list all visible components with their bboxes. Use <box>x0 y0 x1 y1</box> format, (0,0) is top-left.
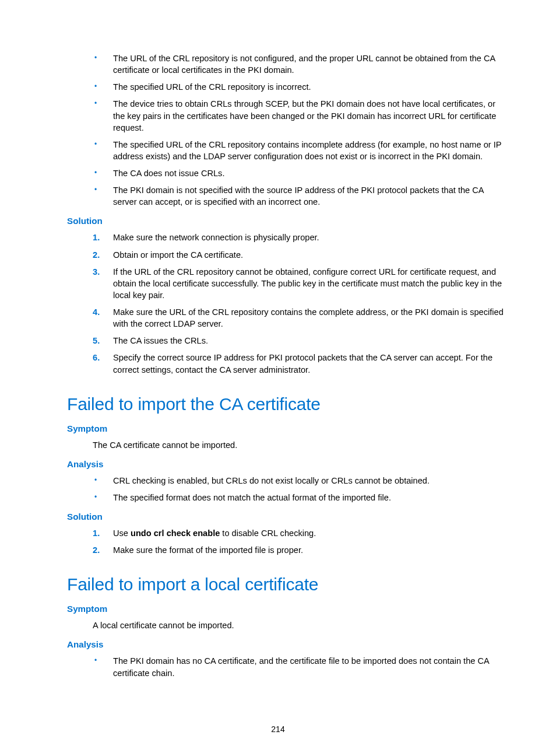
list-item: Make sure the format of the imported fil… <box>93 544 504 556</box>
symptom-text: The CA certificate cannot be imported. <box>93 439 504 451</box>
analysis-bullet-list-top: The URL of the CRL repository is not con… <box>67 52 504 208</box>
list-item: The specified format does not match the … <box>93 492 504 503</box>
list-item: The PKI domain is not specified with the… <box>93 184 504 208</box>
list-item: The PKI domain has no CA certificate, an… <box>93 655 504 678</box>
analysis-bullet-list-3: The PKI domain has no CA certificate, an… <box>67 655 504 678</box>
section-title-ca-cert: Failed to import the CA certificate <box>67 394 504 414</box>
text: to disable CRL checking. <box>220 528 316 538</box>
section-title-local-cert: Failed to import a local certificate <box>67 575 504 594</box>
list-item: Use undo crl check enable to disable CRL… <box>93 527 504 539</box>
list-item: The CA issues the CRLs. <box>93 335 504 346</box>
list-item: Specify the correct source IP address fo… <box>93 352 504 375</box>
list-item: The specified URL of the CRL repository … <box>93 81 504 93</box>
list-item: The CA does not issue CRLs. <box>93 167 504 179</box>
symptom-heading: Symptom <box>67 604 504 614</box>
text: Use <box>113 528 131 538</box>
symptom-text: A local certificate cannot be imported. <box>93 620 504 631</box>
analysis-heading: Analysis <box>67 459 504 469</box>
list-item: The URL of the CRL repository is not con… <box>93 52 504 76</box>
analysis-bullet-list-2: CRL checking is enabled, but CRLs do not… <box>67 475 504 503</box>
symptom-heading: Symptom <box>67 424 504 433</box>
solution-heading: Solution <box>67 216 504 226</box>
document-page: The URL of the CRL repository is not con… <box>0 0 556 756</box>
page-number: 214 <box>0 724 556 734</box>
command-text: undo crl check enable <box>131 528 220 538</box>
solution-heading: Solution <box>67 512 504 522</box>
list-item: The specified URL of the CRL repository … <box>93 139 504 162</box>
list-item: The device tries to obtain CRLs through … <box>93 98 504 133</box>
list-item: Make sure the URL of the CRL repository … <box>93 306 504 330</box>
analysis-heading: Analysis <box>67 639 504 649</box>
solution-ordered-list-1: Make sure the network connection is phys… <box>67 232 504 375</box>
list-item: Make sure the network connection is phys… <box>93 232 504 243</box>
solution-ordered-list-2: Use undo crl check enable to disable CRL… <box>67 527 504 556</box>
list-item: Obtain or import the CA certificate. <box>93 249 504 261</box>
list-item: CRL checking is enabled, but CRLs do not… <box>93 475 504 487</box>
list-item: If the URL of the CRL repository cannot … <box>93 266 504 301</box>
